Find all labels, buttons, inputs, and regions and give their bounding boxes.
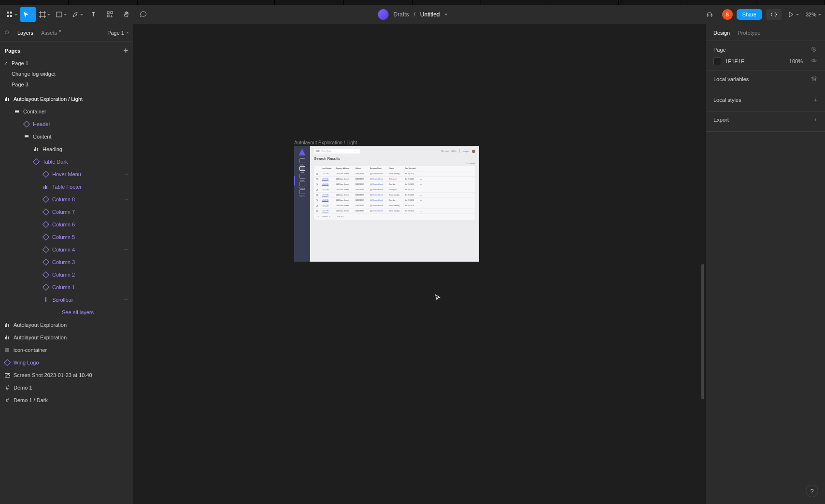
color-swatch[interactable] bbox=[713, 57, 721, 65]
share-button[interactable]: Share bbox=[737, 9, 762, 20]
layer-row[interactable]: Autolayout Exploration bbox=[0, 331, 133, 344]
page-row[interactable]: Change log widget bbox=[0, 69, 133, 79]
layer-row[interactable]: Wing Logo bbox=[0, 356, 133, 369]
canvas-scrollbar[interactable] bbox=[701, 264, 704, 399]
layer-row[interactable]: Screen Shot 2023-01-23 at 10.40 bbox=[0, 369, 133, 381]
layer-row[interactable]: Content bbox=[0, 130, 133, 143]
layer-row[interactable]: Column 7 bbox=[0, 206, 133, 218]
right-panel: Design Prototype Page 1E1E1E 100% Local bbox=[705, 24, 825, 504]
present-button[interactable] bbox=[785, 7, 801, 22]
move-tool[interactable] bbox=[20, 7, 36, 22]
svg-point-15 bbox=[5, 30, 9, 34]
file-chevron-icon[interactable]: ▾ bbox=[445, 12, 447, 17]
add-page-button[interactable]: + bbox=[124, 46, 128, 55]
breadcrumb-drafts[interactable]: Drafts bbox=[393, 11, 409, 18]
variables-settings-icon[interactable] bbox=[811, 75, 817, 83]
prototype-tab[interactable]: Prototype bbox=[738, 30, 760, 36]
browser-tabstrip bbox=[0, 0, 825, 5]
resources-tool[interactable] bbox=[102, 7, 118, 22]
dev-mode-button[interactable] bbox=[766, 9, 782, 20]
layer-row[interactable]: Column 3 bbox=[0, 256, 133, 268]
visibility-icon[interactable] bbox=[811, 57, 817, 65]
canvas-frame[interactable]: TasksLoansPeoplePropertyReports Staff Ch… bbox=[294, 146, 479, 262]
user-avatar[interactable]: S bbox=[722, 9, 733, 20]
mock-sidebar: TasksLoansPeoplePropertyReports bbox=[294, 146, 310, 262]
layer-row[interactable]: Column 1 bbox=[0, 281, 133, 294]
hand-tool[interactable] bbox=[119, 7, 134, 22]
text-tool[interactable]: T bbox=[86, 7, 101, 22]
layer-row[interactable]: Column 5 bbox=[0, 231, 133, 243]
left-panel: Layers Assets Page 1 Pages + Page 1Chang… bbox=[0, 24, 133, 504]
search-icon[interactable] bbox=[4, 29, 11, 36]
layers-tree: Autolayout Exploration / LightContainerH… bbox=[0, 90, 133, 504]
add-export-button[interactable]: + bbox=[814, 117, 817, 123]
audio-icon[interactable] bbox=[702, 7, 717, 22]
export-section: Export + bbox=[706, 112, 825, 132]
assets-indicator-icon bbox=[59, 30, 61, 32]
mock-table-row: 123457892408 Luca Summit$234,567.89Chris… bbox=[314, 198, 475, 203]
layer-row[interactable]: Scrollbar⤳ bbox=[0, 294, 133, 306]
mock-table-row: 123457892408 Luca Summit$234,567.89Chris… bbox=[314, 193, 475, 198]
mock-heading: Search Results bbox=[314, 156, 475, 161]
layer-row[interactable]: Autolayout Exploration bbox=[0, 319, 133, 331]
local-styles-section: Local styles + bbox=[706, 92, 825, 112]
layer-row[interactable]: Header bbox=[0, 118, 133, 130]
page-row[interactable]: Page 3 bbox=[0, 79, 133, 90]
layer-row[interactable]: Column 2 bbox=[0, 268, 133, 281]
shape-tool[interactable] bbox=[53, 7, 69, 22]
layer-row[interactable]: Heading bbox=[0, 143, 133, 155]
color-hex[interactable]: 1E1E1E bbox=[725, 58, 744, 64]
layer-row[interactable]: Hover Menu⤳ bbox=[0, 168, 133, 181]
layer-row[interactable]: Table Dark bbox=[0, 155, 133, 168]
toolbar: T Drafts / Untitled ▾ S Share 32% bbox=[0, 5, 825, 24]
mock-table-row: 123457892408 Luca Summit$234,567.89Chris… bbox=[314, 182, 475, 187]
mock-table-row: 123457892408 Luca Summit$234,567.89Chris… bbox=[314, 187, 475, 193]
toolbar-center: Drafts / Untitled ▾ bbox=[378, 9, 447, 20]
layer-row[interactable]: Column 4⤳ bbox=[0, 243, 133, 256]
svg-rect-0 bbox=[7, 12, 9, 14]
comment-tool[interactable] bbox=[135, 7, 151, 22]
frame-label[interactable]: Autolayout Exploration / Light bbox=[294, 140, 357, 145]
add-style-button[interactable]: + bbox=[814, 97, 817, 103]
design-tab[interactable]: Design bbox=[713, 30, 730, 36]
mock-table-row: 123457892408 Luca Summit$234,567.89Chris… bbox=[314, 171, 475, 177]
page-settings-icon[interactable] bbox=[811, 46, 817, 54]
mock-avatar-icon bbox=[472, 150, 475, 153]
layers-tab[interactable]: Layers bbox=[14, 30, 37, 36]
color-opacity[interactable]: 100% bbox=[789, 58, 803, 64]
file-team-icon[interactable] bbox=[378, 9, 388, 20]
layer-row[interactable]: Table Footer bbox=[0, 181, 133, 193]
pen-tool[interactable] bbox=[70, 7, 85, 22]
svg-text:T: T bbox=[92, 11, 96, 18]
mock-side-item: People bbox=[298, 174, 307, 182]
right-panel-tabs: Design Prototype bbox=[706, 24, 825, 41]
background-row[interactable]: 1E1E1E 100% bbox=[713, 57, 817, 65]
main-menu-button[interactable] bbox=[4, 7, 19, 22]
page-selector[interactable]: Page 1 bbox=[107, 30, 129, 36]
layer-row[interactable]: #Demo 1 bbox=[0, 381, 133, 394]
mock-table-row: 123457892408 Luca Summit$234,567.89Chris… bbox=[314, 203, 475, 209]
mock-side-item: Property bbox=[298, 182, 307, 189]
canvas[interactable]: Autolayout Exploration / Light TasksLoan… bbox=[133, 24, 705, 504]
layer-row[interactable]: #Demo 1 / Dark bbox=[0, 394, 133, 406]
mock-main: Staff Christie Wocek New Loan Admin coop… bbox=[310, 146, 479, 262]
page-row[interactable]: Page 1 bbox=[0, 58, 133, 69]
file-title[interactable]: Untitled bbox=[420, 11, 440, 18]
page-section-label: Page bbox=[713, 47, 726, 53]
layer-row[interactable]: Column 6 bbox=[0, 218, 133, 231]
assets-tab[interactable]: Assets bbox=[37, 30, 61, 36]
zoom-level[interactable]: 32% bbox=[806, 12, 821, 17]
layer-row[interactable]: Column 8⤳ bbox=[0, 193, 133, 206]
local-variables-section: Local variables bbox=[706, 70, 825, 92]
layer-row[interactable]: Container bbox=[0, 105, 133, 118]
layer-row[interactable]: icon-container bbox=[0, 344, 133, 356]
layer-row[interactable]: Autolayout Exploration / Light bbox=[0, 93, 133, 105]
help-button[interactable]: ? bbox=[806, 485, 818, 497]
mock-export: ⭳ CSV Export bbox=[314, 163, 475, 165]
layer-row[interactable]: See all layers bbox=[0, 306, 133, 319]
svg-rect-3 bbox=[10, 15, 12, 17]
mock-logo-icon bbox=[299, 149, 306, 155]
page-section: Page 1E1E1E 100% bbox=[706, 41, 825, 70]
frame-tool[interactable] bbox=[37, 7, 52, 22]
mock-side-item: Reports bbox=[298, 189, 307, 197]
